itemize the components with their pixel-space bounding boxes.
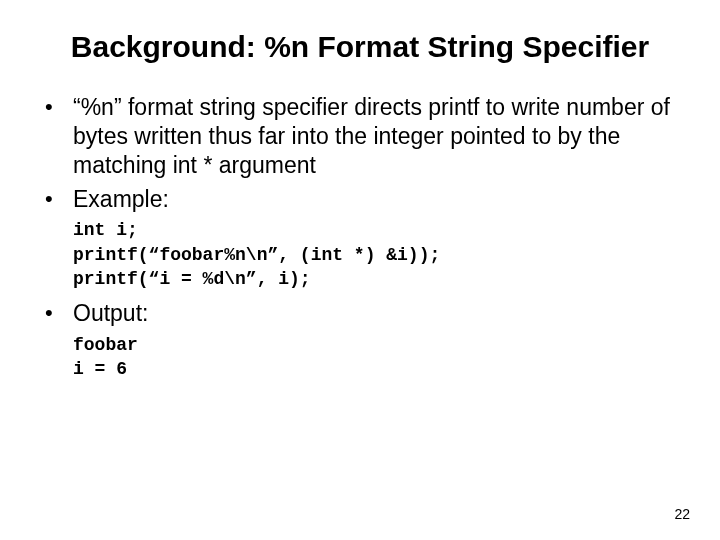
code-output: foobar i = 6 [73, 333, 675, 382]
slide-title: Background: %n Format String Specifier [45, 30, 675, 65]
page-number: 22 [674, 506, 690, 522]
slide-body: Background: %n Format String Specifier “… [0, 0, 720, 381]
code-example: int i; printf(“foobar%n\n”, (int *) &i))… [73, 218, 675, 291]
bullet-item: “%n” format string specifier directs pri… [45, 93, 675, 181]
bullet-item: Output: [45, 299, 675, 328]
bullet-list: Output: [45, 299, 675, 328]
bullet-list: “%n” format string specifier directs pri… [45, 93, 675, 215]
bullet-item: Example: [45, 185, 675, 214]
